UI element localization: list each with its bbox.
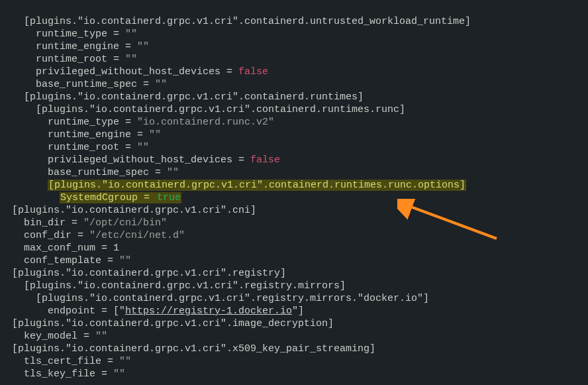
code-line: base_runtime_spec = [0,79,155,90]
code-line: runtime_type = [0,117,137,128]
highlighted-config-section: [plugins."io.containerd.grpc.v1.cri".con… [48,180,466,191]
code-indent [0,192,60,203]
highlighted-config-key: SystemdCgroup = [60,192,156,203]
code-line: [plugins."io.containerd.grpc.v1.cri".con… [0,91,364,103]
annotation-arrow-icon [397,199,503,245]
code-line: conf_template = [0,255,119,266]
code-line: tls_key_file = [0,368,113,380]
code-line: [plugins."io.containerd.grpc.v1.cri".reg… [0,280,346,292]
code-line: runtime_engine = [0,129,149,140]
code-line: [plugins."io.containerd.grpc.v1.cri".cni… [0,205,256,216]
code-line: max_conf_num = [0,243,113,254]
code-value: 1 [113,243,119,254]
code-line: [plugins."io.containerd.grpc.v1.cri".reg… [0,293,429,304]
code-value: "" [125,28,137,40]
code-line: tls_cert_file = [0,356,119,367]
code-value: "/etc/cni/net.d" [89,230,185,241]
code-value: "" [113,368,125,380]
code-line: conf_dir = [0,230,89,241]
code-value: "" [137,142,149,153]
svg-line-1 [407,205,497,239]
code-value: "" [119,255,131,266]
code-line: [plugins."io.containerd.grpc.v1.cri".con… [0,16,471,27]
code-line: [plugins."io.containerd.grpc.v1.cri".x50… [0,343,375,355]
code-line: "] [292,305,304,317]
code-value-false: false [250,154,280,166]
highlighted-config-true: true [156,192,181,203]
code-line: runtime_root = [0,54,125,65]
code-line: bin_dir = [0,217,83,229]
code-value: "" [119,356,131,367]
endpoint-url: https://registry-1.docker.io [125,305,292,317]
code-indent [0,180,48,191]
code-line: privileged_without_host_devices = [0,66,238,78]
code-line: privileged_without_host_devices = [0,154,250,166]
code-value: "" [155,79,167,90]
code-line: runtime_root = [0,142,137,153]
code-value: "/opt/cni/bin" [83,217,167,229]
code-line: [plugins."io.containerd.grpc.v1.cri".reg… [0,268,286,279]
code-line: base_runtime_spec = [0,167,167,178]
code-value: "" [149,129,161,140]
code-value: "" [125,54,137,65]
code-line: runtime_engine = [0,41,137,52]
code-value: "" [137,41,149,52]
code-value: "" [95,331,107,342]
code-line: key_model = [0,331,95,342]
config-code-block[interactable]: [plugins."io.containerd.grpc.v1.cri".con… [0,0,588,385]
code-line: [plugins."io.containerd.grpc.v1.cri".con… [0,104,405,115]
code-line: endpoint = [" [0,305,125,317]
code-line: runtime_type = [0,28,125,40]
code-value-false: false [238,66,268,78]
code-value: "" [167,167,179,178]
code-line: [plugins."io.containerd.grpc.v1.cri".ima… [0,318,334,329]
code-value: "io.containerd.runc.v2" [137,117,274,128]
